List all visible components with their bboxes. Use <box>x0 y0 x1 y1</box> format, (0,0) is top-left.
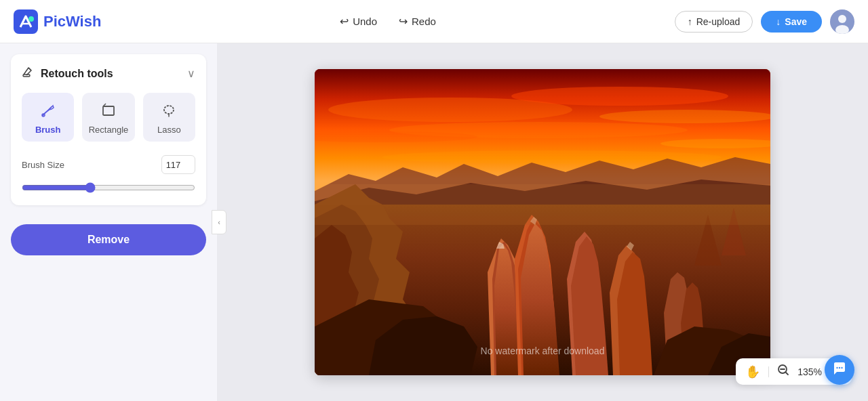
svg-point-13 <box>511 87 728 106</box>
save-button[interactable]: ↓ Save <box>761 11 822 33</box>
save-icon: ↓ <box>776 16 781 27</box>
svg-point-15 <box>599 110 770 123</box>
sidebar: Retouch tools ∨ Brush <box>0 43 217 401</box>
tools-title-area: Retouch tools <box>22 65 113 82</box>
undo-button[interactable]: ↩ Undo <box>340 15 377 28</box>
chat-icon <box>832 361 847 379</box>
zoom-out-icon <box>777 364 789 379</box>
redo-label: Redo <box>412 16 436 27</box>
svg-line-24 <box>786 373 788 375</box>
tools-panel: Retouch tools ∨ Brush <box>11 54 206 205</box>
brush-size-input[interactable] <box>161 155 195 174</box>
undo-icon: ↩ <box>340 15 349 28</box>
redo-icon: ↪ <box>399 15 408 28</box>
reupload-icon: ↑ <box>688 16 692 27</box>
svg-rect-7 <box>103 106 114 115</box>
brush-size-slider-container <box>22 181 195 194</box>
main-image[interactable]: No watermark after download <box>315 69 770 375</box>
collapse-arrow[interactable]: ‹ <box>212 210 226 234</box>
svg-rect-21 <box>315 205 770 225</box>
brush-label: Brush <box>35 125 61 135</box>
remove-button[interactable]: Remove <box>11 224 206 255</box>
zoom-out-button[interactable] <box>777 364 789 379</box>
rectangle-icon <box>100 102 117 121</box>
brush-tool-button[interactable]: Brush <box>22 93 74 142</box>
avatar-icon <box>830 9 854 34</box>
rectangle-tool-button[interactable]: Rectangle <box>82 93 134 142</box>
svg-rect-0 <box>14 9 38 34</box>
reupload-button[interactable]: ↑ Re-upload <box>675 11 753 33</box>
canyon-svg <box>315 69 770 375</box>
svg-point-10 <box>164 106 174 114</box>
reupload-label: Re-upload <box>696 16 741 27</box>
main-layout: Retouch tools ∨ Brush <box>0 43 868 401</box>
svg-point-29 <box>836 366 837 368</box>
lasso-icon <box>161 102 177 121</box>
logo-text: PicWish <box>43 13 101 30</box>
pan-tool-button[interactable]: ✋ <box>745 364 760 379</box>
brush-size-label: Brush Size <box>22 160 64 170</box>
canvas-area: No watermark after download ✋ 135% <box>217 43 868 401</box>
zoom-divider <box>768 366 769 377</box>
undo-label: Undo <box>353 16 377 27</box>
svg-point-30 <box>839 366 840 368</box>
svg-point-1 <box>28 16 34 22</box>
logo[interactable]: PicWish <box>14 9 101 34</box>
tools-header: Retouch tools ∨ <box>22 65 195 82</box>
brush-size-row: Brush Size <box>22 155 195 174</box>
brush-icon <box>40 102 56 121</box>
svg-point-3 <box>838 15 846 23</box>
lasso-tool-button[interactable]: Lasso <box>143 93 195 142</box>
pan-icon: ✋ <box>745 364 760 379</box>
save-label: Save <box>785 16 807 27</box>
lasso-label: Lasso <box>157 125 181 135</box>
tool-buttons: Brush Rectangle <box>22 93 195 142</box>
logo-icon <box>14 9 38 34</box>
zoom-level: 135% <box>797 366 822 377</box>
rectangle-label: Rectangle <box>89 125 129 135</box>
header: PicWish ↩ Undo ↪ Redo ↑ Re-upload ↓ Save <box>0 0 868 43</box>
avatar[interactable] <box>830 9 854 34</box>
chevron-down-icon[interactable]: ∨ <box>187 67 195 80</box>
retouch-icon <box>22 65 35 82</box>
image-container: No watermark after download <box>315 69 770 375</box>
header-right: ↑ Re-upload ↓ Save <box>675 9 854 34</box>
tools-title: Retouch tools <box>41 68 113 80</box>
collapse-icon: ‹ <box>218 218 220 226</box>
svg-point-31 <box>841 366 842 368</box>
header-center: ↩ Undo ↪ Redo <box>101 15 674 28</box>
chat-bubble[interactable] <box>825 355 854 385</box>
redo-button[interactable]: ↪ Redo <box>399 15 436 28</box>
brush-size-slider[interactable] <box>22 182 195 193</box>
